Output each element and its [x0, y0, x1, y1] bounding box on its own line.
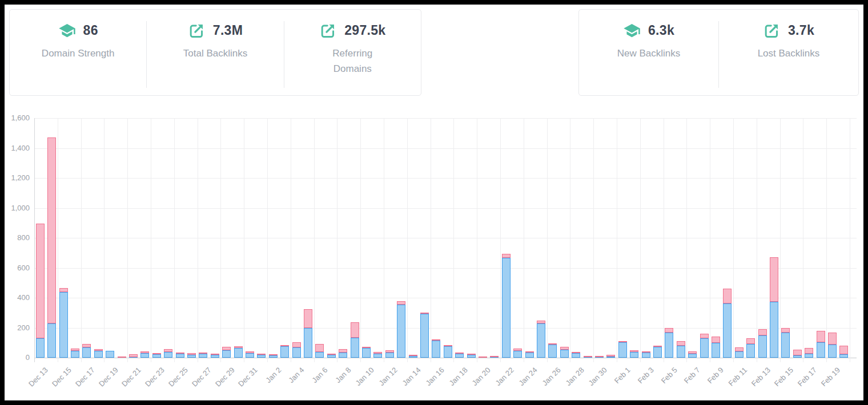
stat-referring-domains[interactable]: 297.5k Referring Domains	[284, 10, 421, 95]
bar-jan-24[interactable]	[525, 352, 534, 358]
stat-lost-backlinks[interactable]: 3.7k Lost Backlinks	[719, 10, 858, 95]
bar-dec-21[interactable]	[129, 354, 138, 358]
bar-feb-3[interactable]	[642, 351, 650, 358]
bar-segment-new	[467, 355, 476, 358]
bar-feb-16[interactable]	[793, 350, 802, 358]
bar-jan-20[interactable]	[479, 357, 487, 358]
bar-jan-3[interactable]	[280, 345, 289, 358]
bar-feb-12[interactable]	[746, 338, 755, 358]
bar-jan-22[interactable]	[502, 254, 511, 358]
bar-dec-29[interactable]	[222, 347, 231, 358]
bar-dec-26[interactable]	[187, 353, 196, 358]
bar-jan-13[interactable]	[397, 301, 405, 358]
bar-feb-13[interactable]	[758, 329, 767, 358]
bar-jan-10[interactable]	[362, 347, 371, 358]
bar-segment-lost	[665, 328, 673, 333]
x-axis-tick-label: Jan 28	[564, 366, 585, 387]
x-axis-tick-label: Jan 2	[264, 366, 283, 384]
bar-dec-30[interactable]	[234, 346, 243, 358]
stat-total-backlinks[interactable]: 7.3M Total Backlinks	[147, 10, 283, 95]
bar-dec-22[interactable]	[140, 351, 149, 358]
bar-feb-9[interactable]	[712, 337, 720, 358]
bar-dec-31[interactable]	[246, 351, 254, 358]
bar-jan-14[interactable]	[409, 355, 417, 358]
stat-header: 6.3k	[623, 22, 674, 39]
bar-feb-11[interactable]	[735, 347, 744, 358]
bar-feb-10[interactable]	[723, 289, 732, 358]
gridline-vertical	[733, 118, 734, 362]
bar-dec-18[interactable]	[94, 349, 103, 358]
bar-jan-17[interactable]	[444, 345, 452, 358]
bar-feb-8[interactable]	[700, 334, 709, 358]
bar-segment-lost	[71, 349, 79, 351]
stat-new-backlinks[interactable]: 6.3k New Backlinks	[579, 10, 718, 95]
bar-feb-17[interactable]	[805, 348, 813, 358]
external-link-icon	[763, 22, 781, 39]
bar-jan-1[interactable]	[257, 354, 266, 358]
bar-feb-15[interactable]	[781, 328, 790, 358]
bar-jan-16[interactable]	[432, 339, 440, 358]
bar-jan-18[interactable]	[455, 353, 464, 358]
bar-segment-new	[106, 351, 114, 358]
bar-dec-17[interactable]	[82, 344, 91, 358]
x-axis-tick-label: Dec 31	[236, 366, 259, 388]
bar-jan-7[interactable]	[327, 354, 336, 358]
bar-jan-2[interactable]	[269, 355, 278, 358]
bar-jan-23[interactable]	[513, 349, 522, 358]
bar-jan-25[interactable]	[537, 321, 545, 358]
bar-feb-7[interactable]	[688, 351, 697, 358]
bar-jan-12[interactable]	[385, 350, 394, 358]
stat-label: Total Backlinks	[178, 46, 253, 61]
bar-jan-4[interactable]	[292, 342, 301, 358]
bar-feb-6[interactable]	[677, 341, 685, 358]
x-axis-tick-label: Jan 12	[377, 366, 399, 387]
bar-jan-9[interactable]	[351, 322, 359, 358]
bar-dec-13[interactable]	[36, 224, 45, 358]
bar-feb-20[interactable]	[839, 346, 848, 358]
bar-dec-27[interactable]	[199, 353, 207, 358]
x-axis-tick-label: Jan 14	[400, 366, 422, 387]
bar-segment-new	[211, 355, 219, 358]
bar-jan-29[interactable]	[584, 356, 592, 358]
stat-domain-strength[interactable]: 86 Domain Strength	[10, 10, 146, 95]
bar-segment-lost	[339, 349, 347, 353]
bar-dec-16[interactable]	[71, 349, 79, 358]
gridline-vertical	[757, 118, 757, 362]
bar-dec-19[interactable]	[106, 351, 114, 358]
bar-dec-20[interactable]	[118, 357, 126, 358]
bar-dec-23[interactable]	[152, 354, 161, 358]
bar-dec-28[interactable]	[211, 354, 219, 358]
graduation-cap-icon	[623, 22, 641, 39]
bar-segment-lost	[351, 322, 359, 337]
bar-segment-lost	[246, 351, 254, 353]
bar-dec-15[interactable]	[59, 288, 68, 358]
bar-jan-8[interactable]	[339, 349, 347, 358]
y-axis-tick-label: 400	[0, 293, 30, 302]
bar-jan-31[interactable]	[606, 355, 615, 358]
bar-jan-5[interactable]	[304, 309, 312, 358]
bar-jan-15[interactable]	[420, 313, 429, 358]
bar-dec-14[interactable]	[47, 137, 56, 358]
bar-feb-4[interactable]	[653, 346, 662, 358]
bar-jan-26[interactable]	[548, 343, 557, 358]
bar-jan-21[interactable]	[490, 356, 499, 358]
bar-dec-25[interactable]	[176, 353, 184, 358]
bar-jan-30[interactable]	[595, 356, 604, 358]
bar-jan-6[interactable]	[315, 344, 324, 358]
bar-segment-lost	[735, 347, 744, 351]
bar-feb-2[interactable]	[630, 350, 638, 358]
bar-feb-18[interactable]	[817, 331, 825, 358]
bar-feb-19[interactable]	[828, 333, 837, 358]
bar-segment-lost	[502, 254, 511, 258]
bar-dec-24[interactable]	[164, 349, 172, 358]
bar-jan-11[interactable]	[373, 352, 382, 358]
bar-jan-28[interactable]	[572, 352, 580, 358]
bar-segment-new	[817, 342, 825, 358]
bar-feb-14[interactable]	[770, 257, 778, 358]
bar-feb-5[interactable]	[665, 328, 673, 358]
bar-feb-1[interactable]	[618, 342, 627, 358]
stat-label: Domain Strength	[41, 46, 116, 61]
bar-jan-27[interactable]	[560, 347, 569, 358]
gridline-vertical	[477, 118, 477, 362]
bar-jan-19[interactable]	[467, 354, 476, 358]
